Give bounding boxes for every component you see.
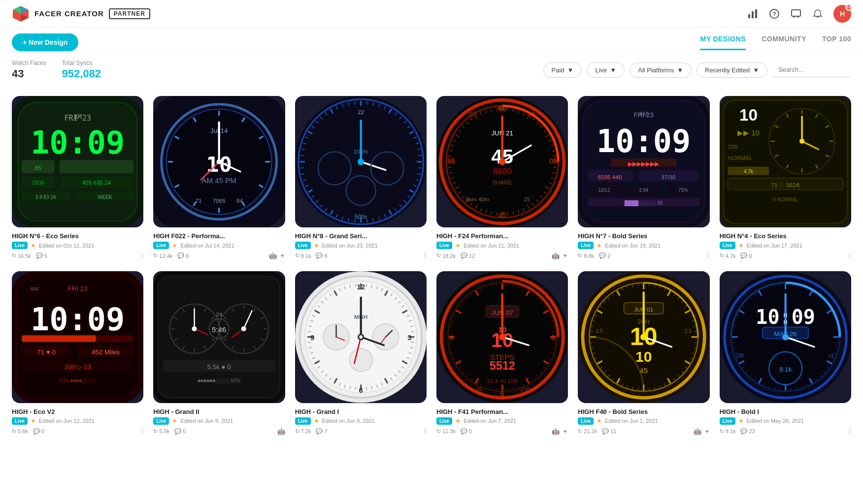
design-card-4[interactable]: 60 05 55 45 05 50 JUN 21 45 6660 SHARE [436, 96, 568, 259]
svg-text:10: 10 [739, 106, 758, 124]
design-card-9[interactable]: 12 3 6 9 MGH [295, 271, 427, 435]
svg-line-554 [835, 326, 838, 326]
comments-count-11: 11 [610, 428, 616, 434]
svg-line-390 [508, 284, 508, 286]
live-badge-6: Live [720, 242, 735, 249]
avatar[interactable]: H 18 [833, 5, 851, 23]
svg-text:0 NORMAL: 0 NORMAL [773, 197, 798, 202]
svg-line-526 [638, 284, 639, 286]
svg-text:10:09: 10:09 [597, 123, 691, 159]
comments-stat-2: 💬 8 [177, 252, 189, 259]
design-meta-2: Live ★ Edited on Jul 14, 2021 [153, 242, 285, 249]
svg-text:10/12: 10/12 [598, 188, 610, 193]
comments-count-3: 8 [324, 253, 327, 259]
notification-icon[interactable] [812, 8, 824, 20]
live-badge-9: Live [295, 417, 311, 425]
edit-date-4: Edited on Jun 21, 2021 [464, 243, 519, 249]
svg-point-140 [499, 158, 505, 165]
star-icon-2: ★ [172, 242, 177, 249]
svg-text:2936: 2936 [32, 179, 44, 186]
svg-text:100  ▷  23: 100 ▷ 23 [64, 363, 91, 371]
apple-platform-icon:  [849, 252, 851, 259]
svg-text:05: 05 [549, 157, 558, 165]
svg-line-417 [513, 387, 513, 389]
platform-icons-8: 🤖 [277, 428, 285, 435]
svg-line-513 [591, 332, 593, 332]
apple-platform-icon:  [424, 252, 427, 259]
live-badge-12: Live [720, 417, 735, 425]
design-stats-11: ↻ 21.2k 💬 11 🤖✦ [578, 428, 709, 435]
live-badge-10: Live [436, 417, 452, 425]
svg-rect-7 [748, 14, 750, 18]
svg-line-418 [508, 388, 508, 390]
help-icon[interactable]: ? [768, 8, 780, 20]
svg-line-496 [649, 388, 650, 390]
svg-line-572 [780, 388, 780, 390]
design-card-12[interactable]: 10:09 MAY 26 9.1k 24h +2 HIGH - Bold I L… [720, 271, 851, 435]
svg-text:4: 4 [449, 334, 453, 342]
star-icon-4: ★ [455, 242, 461, 249]
design-stats-3: ↻ 8.1k 💬 8  [295, 252, 427, 259]
tab-top100[interactable]: TOP 100 [822, 35, 851, 50]
design-card-2[interactable]: Jul 14 10 AM 45 PM 71 7065 84 HIGH F022 … [153, 96, 285, 259]
live-badge-4: Live [436, 242, 452, 249]
design-card-8[interactable]: 24 5:46 5.5k ● 0 ■■■■■■░░░░ 60% HIGH - G… [153, 271, 285, 435]
tab-community[interactable]: COMMUNITY [762, 35, 806, 50]
svg-text:71   ♡   562A: 71 ♡ 562A [771, 182, 799, 188]
paid-filter-button[interactable]: Paid ▼ [543, 63, 582, 78]
new-design-button[interactable]: + New Design [12, 33, 78, 51]
platform-icons-10: 🤖✦ [552, 428, 568, 435]
all-platforms-chevron: ▼ [677, 66, 683, 74]
svg-text:452  Miles: 452 Miles [92, 348, 120, 356]
svg-text:?: ? [772, 11, 776, 18]
svg-line-514 [592, 326, 594, 326]
watch-faces-label: Watch Faces [12, 60, 46, 66]
design-card-6[interactable]: 10 ▶▶ 10 100 NORMAL 71 ♡ 562A 0 NORMAL 4… [720, 96, 851, 259]
android-platform-icon: 🤖 [552, 428, 560, 435]
design-title-5: HIGH N°7 - Bold Series [578, 232, 709, 240]
comments-stat-6: 💬 0 [740, 252, 752, 259]
recently-edited-filter-button[interactable]: Recently Edited ▼ [697, 63, 767, 78]
design-card-11[interactable]: JUN 01 24H 10 10 45 2.5 2.5 HIGH F40 - B… [578, 271, 709, 435]
design-card-1[interactable]: FRI 23 AM 10:09 85 2936 425 635 24 3.9 6… [12, 96, 143, 259]
design-card-5[interactable]: FRI 23 AM 10:09 ▶▶▶▶▶▶▶ 6595 440 37/30 1… [578, 96, 709, 259]
live-filter-button[interactable]: Live ▼ [587, 63, 625, 78]
syncs-count-10: 11.3k [442, 428, 456, 434]
sync-icon-12: ↻ [720, 428, 724, 435]
svg-text:+2: +2 [828, 353, 834, 359]
apple-platform-icon:  [141, 252, 144, 259]
syncs-stat-3: ↻ 8.1k [295, 252, 311, 259]
design-card-10[interactable]: JUN 07 10 10 STEPS 5512 4 8 6 32.4 mi 10… [436, 271, 568, 435]
apple-platform-icon:  [141, 428, 144, 435]
all-platforms-filter-button[interactable]: All Platforms ▼ [630, 63, 692, 78]
edit-date-9: Edited on Jun 9, 2021 [322, 418, 375, 424]
watch-preview-11: JUN 01 24H 10 10 45 2.5 2.5 [578, 271, 709, 403]
analytics-icon[interactable] [747, 8, 759, 20]
comments-stat-3: 💬 8 [316, 252, 327, 259]
tab-my-designs[interactable]: MY DESIGNS [700, 35, 746, 50]
design-title-2: HIGH F022 - Performa... [153, 232, 285, 240]
svg-text:10: 10 [635, 348, 652, 365]
platform-icons-2: 🤖✦ [269, 252, 285, 259]
syncs-count-2: 12.4k [159, 253, 172, 259]
svg-text:5.5k  ●  0: 5.5k ● 0 [207, 363, 231, 371]
design-card-3[interactable]: 22 100% 500s HIGH N°8 - Grand Seri... Li… [295, 96, 427, 259]
svg-text:5.6k   ■■■■░░░░: 5.6k ■■■■░░░░ [60, 378, 96, 384]
chat-icon[interactable] [790, 8, 802, 20]
all-platforms-filter-label: All Platforms [638, 66, 674, 74]
live-badge-5: Live [578, 242, 594, 249]
search-input[interactable] [772, 63, 851, 77]
star-icon-9: ★ [314, 417, 319, 424]
svg-text:AM: AM [639, 110, 648, 117]
design-card-7[interactable]: FRI 23 AM 10:09 71 ♥ 0 452 Miles 100 ▷ 2… [12, 271, 143, 435]
svg-point-298 [241, 326, 246, 331]
design-stats-1: ↻ 16.5k 💬 5  [12, 252, 143, 259]
watch-faces-stat: Watch Faces 43 [12, 60, 46, 80]
design-meta-3: Live ★ Edited on Jun 23, 2021 [295, 242, 427, 249]
platform-icons-7:  [141, 428, 144, 435]
svg-text:AM  45  PM: AM 45 PM [202, 176, 236, 185]
svg-line-436 [450, 326, 452, 326]
comment-icon-6: 💬 [740, 252, 747, 259]
sync-icon-9: ↻ [295, 428, 299, 435]
design-meta-1: Live ★ Edited on Oct 12, 2021 [12, 242, 143, 249]
